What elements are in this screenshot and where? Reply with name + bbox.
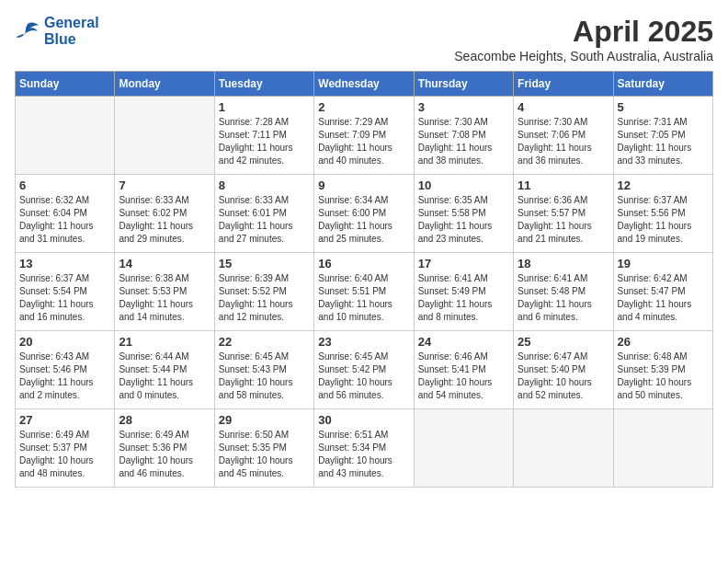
day-info: Sunrise: 6:41 AM Sunset: 5:49 PM Dayligh… (418, 272, 509, 324)
calendar-cell: 4Sunrise: 7:30 AM Sunset: 7:06 PM Daylig… (514, 97, 613, 175)
col-header-sunday: Sunday (16, 72, 115, 97)
day-number: 22 (219, 335, 310, 349)
day-info: Sunrise: 6:39 AM Sunset: 5:52 PM Dayligh… (219, 272, 310, 324)
day-number: 14 (119, 257, 210, 270)
day-number: 5 (618, 100, 709, 114)
day-number: 8 (219, 178, 310, 192)
day-info: Sunrise: 6:33 AM Sunset: 6:01 PM Dayligh… (219, 194, 310, 246)
calendar-cell: 29Sunrise: 6:50 AM Sunset: 5:35 PM Dayli… (214, 409, 313, 488)
calendar-cell: 6Sunrise: 6:32 AM Sunset: 6:04 PM Daylig… (16, 175, 115, 253)
day-info: Sunrise: 6:36 AM Sunset: 5:57 PM Dayligh… (518, 194, 609, 246)
day-info: Sunrise: 6:37 AM Sunset: 5:54 PM Dayligh… (19, 272, 110, 324)
day-number: 24 (418, 335, 509, 349)
day-number: 27 (19, 413, 110, 427)
day-info: Sunrise: 6:42 AM Sunset: 5:47 PM Dayligh… (618, 272, 709, 324)
day-number: 6 (19, 178, 110, 192)
calendar-cell: 2Sunrise: 7:29 AM Sunset: 7:09 PM Daylig… (314, 97, 414, 175)
calendar-cell: 27Sunrise: 6:49 AM Sunset: 5:37 PM Dayli… (16, 409, 115, 488)
day-number: 29 (219, 413, 310, 427)
day-number: 17 (418, 257, 509, 270)
logo-text: General Blue (44, 15, 99, 47)
calendar-cell: 24Sunrise: 6:46 AM Sunset: 5:41 PM Dayli… (414, 331, 513, 409)
day-info: Sunrise: 7:30 AM Sunset: 7:08 PM Dayligh… (418, 116, 509, 167)
calendar-cell: 25Sunrise: 6:47 AM Sunset: 5:40 PM Dayli… (514, 331, 613, 409)
logo-icon (15, 21, 40, 41)
col-header-monday: Monday (115, 72, 214, 97)
day-number: 21 (119, 335, 210, 349)
day-info: Sunrise: 7:28 AM Sunset: 7:11 PM Dayligh… (219, 116, 310, 167)
calendar-cell (115, 97, 214, 175)
calendar-cell (16, 97, 115, 175)
day-info: Sunrise: 6:41 AM Sunset: 5:48 PM Dayligh… (518, 272, 609, 324)
day-info: Sunrise: 6:50 AM Sunset: 5:35 PM Dayligh… (219, 429, 310, 480)
calendar-cell: 16Sunrise: 6:40 AM Sunset: 5:51 PM Dayli… (314, 253, 414, 331)
day-number: 4 (518, 100, 609, 114)
col-header-wednesday: Wednesday (314, 72, 414, 97)
day-number: 30 (318, 413, 409, 427)
day-info: Sunrise: 6:43 AM Sunset: 5:46 PM Dayligh… (19, 350, 110, 402)
calendar-cell (414, 409, 513, 488)
day-number: 19 (618, 257, 709, 270)
week-row-5: 27Sunrise: 6:49 AM Sunset: 5:37 PM Dayli… (16, 409, 713, 488)
day-number: 28 (119, 413, 210, 427)
calendar-cell: 20Sunrise: 6:43 AM Sunset: 5:46 PM Dayli… (16, 331, 115, 409)
calendar-cell: 19Sunrise: 6:42 AM Sunset: 5:47 PM Dayli… (613, 253, 712, 331)
day-number: 26 (618, 335, 709, 349)
calendar-cell: 8Sunrise: 6:33 AM Sunset: 6:01 PM Daylig… (214, 175, 313, 253)
col-header-saturday: Saturday (613, 72, 712, 97)
location-title: Seacombe Heights, South Australia, Austr… (454, 49, 713, 63)
calendar-cell: 30Sunrise: 6:51 AM Sunset: 5:34 PM Dayli… (314, 409, 414, 488)
day-info: Sunrise: 6:46 AM Sunset: 5:41 PM Dayligh… (418, 350, 509, 402)
col-header-friday: Friday (514, 72, 613, 97)
calendar-cell: 5Sunrise: 7:31 AM Sunset: 7:05 PM Daylig… (613, 97, 712, 175)
calendar-cell: 1Sunrise: 7:28 AM Sunset: 7:11 PM Daylig… (214, 97, 313, 175)
calendar-cell: 15Sunrise: 6:39 AM Sunset: 5:52 PM Dayli… (214, 253, 313, 331)
calendar-header-row: SundayMondayTuesdayWednesdayThursdayFrid… (16, 72, 713, 97)
calendar-cell: 18Sunrise: 6:41 AM Sunset: 5:48 PM Dayli… (514, 253, 613, 331)
day-number: 23 (318, 335, 409, 349)
day-number: 2 (318, 100, 409, 114)
day-number: 3 (418, 100, 509, 114)
calendar-cell: 14Sunrise: 6:38 AM Sunset: 5:53 PM Dayli… (115, 253, 214, 331)
calendar-cell: 9Sunrise: 6:34 AM Sunset: 6:00 PM Daylig… (314, 175, 414, 253)
day-number: 16 (318, 257, 409, 270)
day-info: Sunrise: 6:33 AM Sunset: 6:02 PM Dayligh… (119, 194, 210, 246)
calendar-cell: 3Sunrise: 7:30 AM Sunset: 7:08 PM Daylig… (414, 97, 513, 175)
col-header-tuesday: Tuesday (214, 72, 313, 97)
day-number: 15 (219, 257, 310, 270)
calendar-cell: 13Sunrise: 6:37 AM Sunset: 5:54 PM Dayli… (16, 253, 115, 331)
week-row-4: 20Sunrise: 6:43 AM Sunset: 5:46 PM Dayli… (16, 331, 713, 409)
page-header: General Blue April 2025 Seacombe Heights… (15, 15, 713, 63)
day-info: Sunrise: 6:48 AM Sunset: 5:39 PM Dayligh… (618, 350, 709, 402)
calendar-cell: 10Sunrise: 6:35 AM Sunset: 5:58 PM Dayli… (414, 175, 513, 253)
calendar-cell: 22Sunrise: 6:45 AM Sunset: 5:43 PM Dayli… (214, 331, 313, 409)
day-info: Sunrise: 6:51 AM Sunset: 5:34 PM Dayligh… (318, 429, 409, 480)
day-info: Sunrise: 6:49 AM Sunset: 5:36 PM Dayligh… (119, 429, 210, 480)
day-info: Sunrise: 6:49 AM Sunset: 5:37 PM Dayligh… (19, 429, 110, 480)
day-info: Sunrise: 6:35 AM Sunset: 5:58 PM Dayligh… (418, 194, 509, 246)
day-number: 9 (318, 178, 409, 192)
calendar-cell (514, 409, 613, 488)
day-info: Sunrise: 6:34 AM Sunset: 6:00 PM Dayligh… (318, 194, 409, 246)
day-info: Sunrise: 6:32 AM Sunset: 6:04 PM Dayligh… (19, 194, 110, 246)
week-row-3: 13Sunrise: 6:37 AM Sunset: 5:54 PM Dayli… (16, 253, 713, 331)
calendar-cell: 28Sunrise: 6:49 AM Sunset: 5:36 PM Dayli… (115, 409, 214, 488)
col-header-thursday: Thursday (414, 72, 513, 97)
calendar-cell: 11Sunrise: 6:36 AM Sunset: 5:57 PM Dayli… (514, 175, 613, 253)
calendar-cell: 12Sunrise: 6:37 AM Sunset: 5:56 PM Dayli… (613, 175, 712, 253)
day-info: Sunrise: 7:30 AM Sunset: 7:06 PM Dayligh… (518, 116, 609, 167)
logo: General Blue (15, 15, 99, 47)
calendar-cell: 7Sunrise: 6:33 AM Sunset: 6:02 PM Daylig… (115, 175, 214, 253)
month-title: April 2025 (454, 15, 713, 49)
week-row-1: 1Sunrise: 7:28 AM Sunset: 7:11 PM Daylig… (16, 97, 713, 175)
day-number: 7 (119, 178, 210, 192)
calendar-cell: 21Sunrise: 6:44 AM Sunset: 5:44 PM Dayli… (115, 331, 214, 409)
day-info: Sunrise: 7:29 AM Sunset: 7:09 PM Dayligh… (318, 116, 409, 167)
day-info: Sunrise: 6:40 AM Sunset: 5:51 PM Dayligh… (318, 272, 409, 324)
calendar-cell: 17Sunrise: 6:41 AM Sunset: 5:49 PM Dayli… (414, 253, 513, 331)
day-number: 20 (19, 335, 110, 349)
day-info: Sunrise: 6:45 AM Sunset: 5:43 PM Dayligh… (219, 350, 310, 402)
calendar-table: SundayMondayTuesdayWednesdayThursdayFrid… (15, 71, 713, 488)
day-info: Sunrise: 7:31 AM Sunset: 7:05 PM Dayligh… (618, 116, 709, 167)
week-row-2: 6Sunrise: 6:32 AM Sunset: 6:04 PM Daylig… (16, 175, 713, 253)
